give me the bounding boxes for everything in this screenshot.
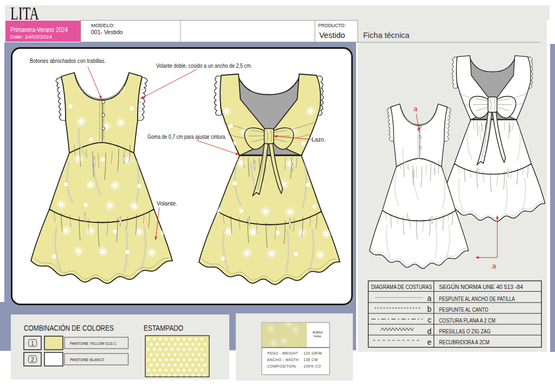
svg-text:Ficha técnica: Ficha técnica	[363, 31, 410, 40]
svg-text:a: a	[427, 294, 431, 303]
svg-text:SEGÚN NORMA UNE 40 513 -84: SEGÚN NORMA UNE 40 513 -84	[439, 284, 523, 290]
svg-text:PESPUNTE AL ANCHO DE PATILLA: PESPUNTE AL ANCHO DE PATILLA	[439, 296, 515, 302]
svg-text:2: 2	[31, 357, 34, 363]
svg-text:BOB621: BOB621	[313, 331, 323, 334]
svg-text:PANTONE YELLOW 0131 C: PANTONE YELLOW 0131 C	[70, 341, 117, 346]
svg-text:c: c	[428, 316, 431, 324]
svg-text:Botones abrochados con trabill: Botones abrochados con trabillas.	[30, 57, 106, 64]
svg-text:PESPUNTE AL CANTO: PESPUNTE AL CANTO	[439, 307, 488, 313]
svg-text:Date: 24/03/2024: Date: 24/03/2024	[10, 34, 52, 40]
svg-text:LITA: LITA	[10, 4, 39, 23]
svg-text:MODELO:: MODELO:	[91, 22, 115, 28]
svg-text:001- Vestido: 001- Vestido	[91, 29, 123, 35]
svg-text:b: b	[427, 305, 431, 313]
svg-text:100% CO: 100% CO	[304, 364, 321, 368]
svg-text:RECUBRIDORA A 2CM: RECUBRIDORA A 2CM	[439, 339, 489, 345]
svg-text:COMPOSITION: COMPOSITION	[267, 364, 296, 368]
svg-text:ESTAMPADO: ESTAMPADO	[144, 324, 183, 332]
svg-text:PRODUCTO:: PRODUCTO:	[318, 23, 346, 28]
svg-text:COSTURA PLANA A 2 CM: COSTURA PLANA A 2 CM	[439, 318, 495, 324]
svg-text:Yellow: Yellow	[313, 335, 321, 338]
svg-text:DIAGRAMA DE COSTURAS: DIAGRAMA DE COSTURAS	[371, 284, 432, 290]
svg-text:Primavera-Verano 2024: Primavera-Verano 2024	[10, 25, 68, 34]
svg-text:PRESILLAS O ZIG ZAG: PRESILLAS O ZIG ZAG	[439, 329, 491, 335]
svg-text:a: a	[492, 262, 496, 270]
svg-text:Volante doble, cosido a un anc: Volante doble, cosido a un ancho de 2,5 …	[156, 62, 252, 69]
svg-text:PESO - WEIGHT: PESO - WEIGHT	[267, 351, 298, 355]
svg-text:COMBINACIÓN DE COLORES: COMBINACIÓN DE COLORES	[24, 324, 114, 332]
svg-text:135 CM: 135 CM	[304, 358, 318, 362]
svg-text:Vestido: Vestido	[319, 31, 345, 40]
svg-text:Goma de 0,7 cm para ajustar ci: Goma de 0,7 cm para ajustar cintura.	[147, 133, 227, 140]
svg-text:PANTONE BLANCO: PANTONE BLANCO	[70, 357, 104, 362]
svg-text:Lazo.: Lazo.	[312, 136, 326, 143]
svg-text:Volante.: Volante.	[157, 200, 177, 207]
svg-text:1: 1	[31, 340, 34, 346]
svg-text:a: a	[414, 105, 418, 113]
svg-text:120 GR/M: 120 GR/M	[304, 351, 322, 355]
svg-text:ANCHO - WIDTH: ANCHO - WIDTH	[267, 358, 299, 362]
svg-text:e: e	[427, 338, 431, 346]
svg-text:d: d	[427, 327, 431, 336]
